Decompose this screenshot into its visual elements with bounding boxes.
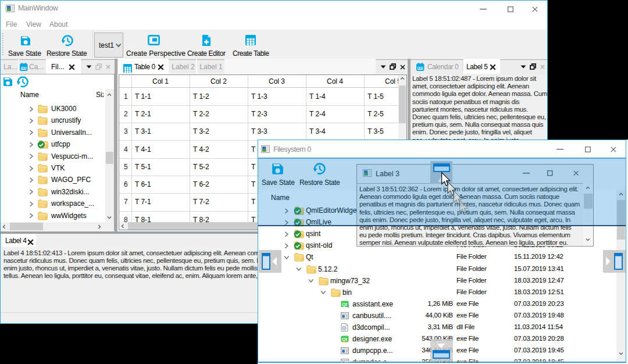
svg-text:Qt: Qt bbox=[342, 337, 347, 342]
svg-text:?: ? bbox=[347, 303, 349, 308]
